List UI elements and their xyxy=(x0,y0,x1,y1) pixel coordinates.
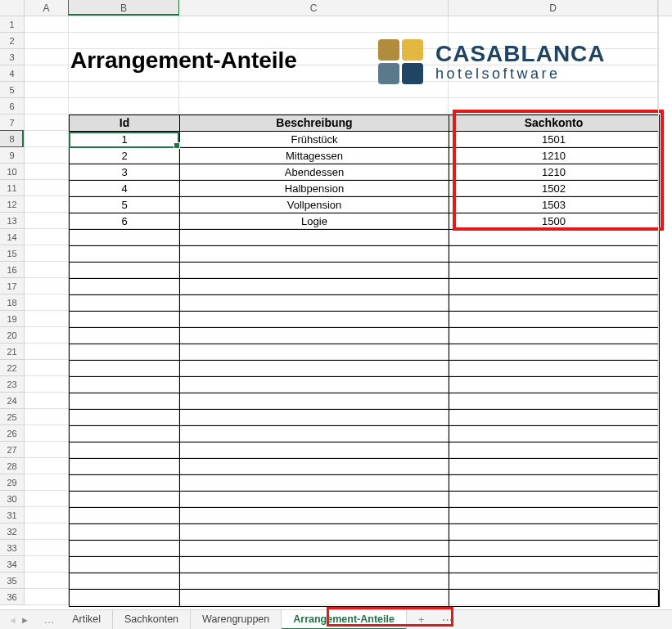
table-cell-empty[interactable] xyxy=(70,557,180,573)
tab-nav-next-icon[interactable]: ► xyxy=(20,615,29,625)
column-header-C[interactable]: C xyxy=(179,0,449,16)
table-cell-empty[interactable] xyxy=(70,492,180,508)
cell-A12[interactable] xyxy=(25,196,69,213)
row-header-28[interactable]: 28 xyxy=(0,458,25,474)
cell-A27[interactable] xyxy=(25,442,69,458)
table-cell-sachkonto[interactable]: 1210 xyxy=(449,164,659,181)
table-cell-empty[interactable] xyxy=(70,263,180,279)
row-header-6[interactable]: 6 xyxy=(0,98,25,115)
table-cell-empty[interactable] xyxy=(180,443,449,459)
table-cell-empty[interactable] xyxy=(180,541,449,557)
table-cell-empty[interactable] xyxy=(180,492,449,508)
cell-A11[interactable] xyxy=(25,180,69,196)
table-cell-empty[interactable] xyxy=(70,508,180,524)
table-cell-beschreibung[interactable]: Frühstück xyxy=(180,132,449,148)
table-cell-empty[interactable] xyxy=(449,443,659,459)
table-cell-empty[interactable] xyxy=(70,475,180,492)
table-cell-empty[interactable] xyxy=(449,573,659,590)
table-cell-beschreibung[interactable]: Halbpension xyxy=(180,181,449,197)
cell-A16[interactable] xyxy=(25,262,69,278)
table-cell-empty[interactable] xyxy=(449,295,659,312)
table-cell-empty[interactable] xyxy=(449,541,659,557)
row-header-19[interactable]: 19 xyxy=(0,311,25,327)
row-header-30[interactable]: 30 xyxy=(0,491,25,507)
column-header-D[interactable]: D xyxy=(449,0,658,16)
table-cell-empty[interactable] xyxy=(180,377,449,393)
cell-A5[interactable] xyxy=(25,82,69,98)
cell-A24[interactable] xyxy=(25,393,69,409)
row-header-23[interactable]: 23 xyxy=(0,376,25,393)
table-cell-empty[interactable] xyxy=(449,263,659,279)
table-cell-beschreibung[interactable]: Vollpension xyxy=(180,197,449,213)
table-cell-empty[interactable] xyxy=(180,328,449,344)
table-cell-empty[interactable] xyxy=(449,377,659,393)
row-header-8[interactable]: 8 xyxy=(0,131,25,147)
row-header-10[interactable]: 10 xyxy=(0,164,25,180)
cell-B5[interactable] xyxy=(69,82,179,98)
cell-B1[interactable] xyxy=(69,16,179,33)
cell-A32[interactable] xyxy=(25,523,69,540)
table-cell-empty[interactable] xyxy=(180,573,449,590)
table-cell-empty[interactable] xyxy=(449,361,659,377)
table-cell-id[interactable]: 2 xyxy=(70,148,180,164)
cell-A10[interactable] xyxy=(25,164,69,180)
table-cell-sachkonto[interactable]: 1501 xyxy=(449,132,659,148)
table-cell-id[interactable]: 1 xyxy=(70,132,180,148)
cell-A31[interactable] xyxy=(25,507,69,523)
column-header-A[interactable]: A xyxy=(25,0,69,16)
column-header-B[interactable]: B xyxy=(69,0,179,16)
row-header-2[interactable]: 2 xyxy=(0,33,25,49)
table-cell-empty[interactable] xyxy=(449,590,659,606)
arrangement-table[interactable]: IdBeschreibungSachkonto1Frühstück15012Mi… xyxy=(69,115,660,607)
cell-A30[interactable] xyxy=(25,491,69,507)
table-header-beschreibung[interactable]: Beschreibung xyxy=(180,115,449,132)
row-header-33[interactable]: 33 xyxy=(0,540,25,556)
cell-A22[interactable] xyxy=(25,360,69,376)
cell-A35[interactable] xyxy=(25,573,69,589)
row-header-36[interactable]: 36 xyxy=(0,589,25,605)
cell-A20[interactable] xyxy=(25,327,69,344)
cell-A13[interactable] xyxy=(25,213,69,229)
table-cell-id[interactable]: 5 xyxy=(70,197,180,213)
table-header-id[interactable]: Id xyxy=(70,115,180,132)
table-cell-empty[interactable] xyxy=(449,410,659,426)
row-header-25[interactable]: 25 xyxy=(0,409,25,425)
row-header-13[interactable]: 13 xyxy=(0,213,25,229)
table-cell-id[interactable]: 6 xyxy=(70,213,180,230)
cell-A28[interactable] xyxy=(25,458,69,474)
row-header-11[interactable]: 11 xyxy=(0,180,25,196)
row-header-18[interactable]: 18 xyxy=(0,294,25,311)
tab-nav-first-icon[interactable]: ◄ xyxy=(8,615,17,625)
table-cell-empty[interactable] xyxy=(70,590,180,606)
tab-menu-icon[interactable]: ⋯ xyxy=(435,610,459,629)
table-cell-empty[interactable] xyxy=(70,541,180,557)
row-header-14[interactable]: 14 xyxy=(0,229,25,245)
sheet-tab-arrangement-anteile[interactable]: Arrangement-Anteile xyxy=(282,610,407,630)
sheet-tab-sachkonten[interactable]: Sachkonten xyxy=(113,610,191,630)
cell-D1[interactable] xyxy=(449,16,658,33)
table-cell-empty[interactable] xyxy=(449,312,659,328)
table-cell-empty[interactable] xyxy=(180,230,449,246)
table-cell-empty[interactable] xyxy=(180,263,449,279)
row-header-35[interactable]: 35 xyxy=(0,573,25,589)
table-cell-empty[interactable] xyxy=(70,295,180,312)
row-header-24[interactable]: 24 xyxy=(0,393,25,409)
table-cell-empty[interactable] xyxy=(180,279,449,295)
table-cell-beschreibung[interactable]: Logie xyxy=(180,213,449,230)
add-sheet-button[interactable]: + xyxy=(407,611,435,629)
table-cell-sachkonto[interactable]: 1500 xyxy=(449,213,659,230)
cell-A8[interactable] xyxy=(25,131,69,147)
table-cell-empty[interactable] xyxy=(180,393,449,410)
cell-A34[interactable] xyxy=(25,556,69,573)
table-cell-sachkonto[interactable]: 1210 xyxy=(449,148,659,164)
table-cell-empty[interactable] xyxy=(449,475,659,492)
table-cell-empty[interactable] xyxy=(70,426,180,443)
row-header-17[interactable]: 17 xyxy=(0,278,25,294)
cell-C1[interactable] xyxy=(179,16,449,33)
table-cell-empty[interactable] xyxy=(180,246,449,263)
table-cell-empty[interactable] xyxy=(449,492,659,508)
cell-A14[interactable] xyxy=(25,229,69,245)
table-cell-empty[interactable] xyxy=(70,230,180,246)
table-cell-empty[interactable] xyxy=(70,459,180,475)
row-header-5[interactable]: 5 xyxy=(0,82,25,98)
